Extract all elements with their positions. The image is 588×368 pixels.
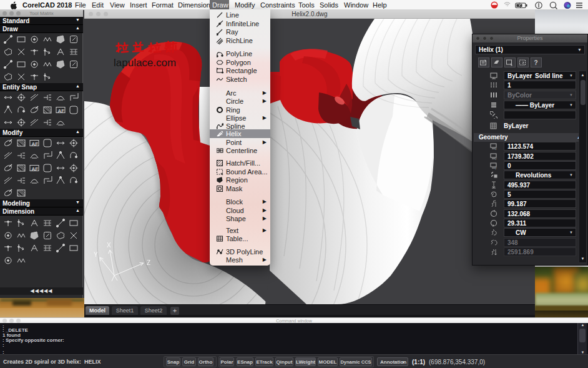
svg-text:lapulace.com: lapulace.com	[114, 57, 176, 69]
svg-text:X: X	[107, 242, 111, 249]
svg-text:Z: Z	[147, 259, 150, 266]
svg-text:AF: AF	[58, 108, 65, 114]
svg-text:AF: AF	[32, 141, 39, 147]
svg-text:Y: Y	[94, 251, 98, 258]
svg-text:AF: AF	[32, 166, 39, 172]
svg-text:?: ?	[534, 59, 538, 66]
